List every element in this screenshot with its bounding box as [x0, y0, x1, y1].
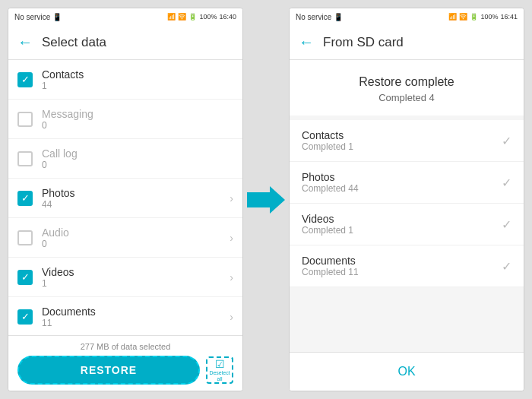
list-item-messaging[interactable]: Messaging 0: [8, 100, 242, 139]
videos-text: Videos 1: [42, 266, 220, 289]
restore-item-contacts: Contacts Completed 1 ✓: [290, 120, 524, 162]
list-item-contacts[interactable]: ✓ Contacts 1: [8, 60, 242, 100]
audio-count: 0: [42, 239, 220, 249]
unchecked-icon: [17, 112, 33, 127]
deselect-label: Deselectall: [209, 370, 230, 382]
restore-complete-sub: Completed 4: [302, 92, 511, 103]
checkbox-contacts[interactable]: ✓: [17, 72, 33, 87]
photos-count: 44: [42, 199, 220, 210]
checked-icon: ✓: [17, 191, 33, 206]
restore-photos-text: Photos Completed 44: [302, 171, 496, 194]
restore-contacts-label: Contacts: [302, 129, 496, 141]
checked-icon: ✓: [17, 72, 33, 87]
restore-item-photos: Photos Completed 44 ✓: [290, 162, 524, 204]
data-selected-text: 277 MB of data selected: [17, 342, 233, 351]
left-status-right: 📶 🛜 🔋 100% 16:40: [167, 13, 236, 21]
contacts-text: Contacts 1: [42, 68, 233, 91]
calllog-label: Call log: [42, 147, 233, 160]
left-top-bar: ← Select data: [8, 25, 242, 60]
restore-documents-checkmark: ✓: [502, 259, 511, 274]
right-carrier: No service: [296, 13, 331, 21]
left-screen: No service 📱 📶 🛜 🔋 100% 16:40 ← Select d…: [8, 8, 243, 391]
calllog-text: Call log 0: [42, 147, 233, 170]
restore-button[interactable]: RESTORE: [17, 356, 200, 385]
ok-button[interactable]: OK: [367, 360, 445, 383]
left-wifi-icon: 🛜: [178, 13, 186, 21]
restore-photos-label: Photos: [302, 171, 496, 183]
right-signal-icon: 📶: [448, 13, 457, 21]
checkbox-videos[interactable]: ✓: [17, 270, 33, 285]
left-bottom-bar: 277 MB of data selected RESTORE ☑ Desele…: [8, 335, 242, 391]
left-battery-icon: 🔋: [188, 13, 197, 21]
right-time: 16:41: [500, 13, 518, 21]
right-top-bar: ← From SD card: [290, 25, 524, 60]
right-status-left: No service 📱: [296, 13, 343, 21]
calllog-count: 0: [42, 160, 233, 170]
unchecked-icon: [17, 230, 33, 245]
restore-documents-sub: Completed 11: [302, 267, 496, 277]
restore-item-documents: Documents Completed 11 ✓: [290, 245, 524, 287]
right-status-bar: No service 📱 📶 🛜 🔋 100% 16:41: [290, 8, 524, 25]
right-wifi-icon: 🛜: [459, 13, 467, 21]
right-battery-icon: 🔋: [470, 13, 478, 21]
documents-label: Documents: [42, 306, 220, 318]
unchecked-icon: [17, 151, 33, 166]
arrow-container: [243, 186, 289, 214]
checkbox-audio[interactable]: [17, 230, 33, 245]
ok-bar: OK: [290, 352, 524, 391]
deselect-checkbox-icon: ☑: [215, 358, 225, 370]
checked-icon: ✓: [17, 270, 33, 285]
restore-complete-title: Restore complete: [302, 75, 511, 89]
list-item-photos[interactable]: ✓ Photos 44 ›: [8, 179, 242, 218]
restore-contacts-text: Contacts Completed 1: [302, 129, 496, 152]
left-status-left: No service 📱: [14, 13, 62, 21]
left-screen-title: Select data: [42, 35, 106, 50]
left-back-button[interactable]: ←: [17, 33, 33, 51]
checked-icon: ✓: [17, 309, 33, 325]
deselect-all-button[interactable]: ☑ Deselectall: [206, 356, 233, 384]
left-signal-icon: 📶: [167, 13, 176, 21]
right-battery-pct: 100%: [480, 13, 498, 21]
videos-label: Videos: [42, 266, 220, 278]
checkbox-calllog[interactable]: [17, 151, 33, 166]
documents-count: 11: [42, 318, 220, 328]
left-list: ✓ Contacts 1 Messaging 0 Call log: [8, 60, 242, 335]
documents-chevron: ›: [230, 311, 233, 323]
list-item-documents[interactable]: ✓ Documents 11 ›: [8, 297, 242, 335]
restore-videos-text: Videos Completed 1: [302, 213, 496, 236]
left-status-bar: No service 📱 📶 🛜 🔋 100% 16:40: [8, 8, 242, 25]
left-carrier: No service: [14, 13, 50, 21]
audio-chevron: ›: [230, 232, 233, 244]
right-status-right: 📶 🛜 🔋 100% 16:41: [448, 13, 518, 21]
list-item-calllog[interactable]: Call log 0: [8, 139, 242, 179]
svg-marker-0: [247, 186, 285, 214]
photos-chevron: ›: [230, 192, 233, 204]
list-item-videos[interactable]: ✓ Videos 1 ›: [8, 258, 242, 297]
photos-text: Photos 44: [42, 187, 220, 210]
restore-videos-label: Videos: [302, 213, 496, 225]
restore-complete-section: Restore complete Completed 4: [290, 60, 524, 116]
videos-count: 1: [42, 278, 220, 289]
restore-documents-text: Documents Completed 11: [302, 255, 496, 277]
right-screen-title: From SD card: [323, 35, 404, 50]
right-restore-list: Restore complete Completed 4 Contacts Co…: [290, 60, 524, 352]
direction-arrow: [247, 186, 285, 214]
checkbox-photos[interactable]: ✓: [17, 191, 33, 206]
contacts-label: Contacts: [42, 68, 233, 81]
restore-row: RESTORE ☑ Deselectall: [17, 356, 233, 385]
left-phone-icon: 📱: [52, 13, 62, 21]
restore-item-videos: Videos Completed 1 ✓: [290, 204, 524, 245]
checkbox-messaging[interactable]: [17, 112, 33, 127]
documents-text: Documents 11: [42, 306, 220, 328]
checkbox-documents[interactable]: ✓: [17, 309, 33, 325]
photos-label: Photos: [42, 187, 220, 199]
messaging-text: Messaging 0: [42, 108, 233, 131]
restore-videos-checkmark: ✓: [502, 217, 511, 232]
right-screen: No service 📱 📶 🛜 🔋 100% 16:41 ← From SD …: [289, 8, 524, 391]
restore-contacts-sub: Completed 1: [302, 141, 496, 152]
left-battery-pct: 100%: [199, 13, 217, 21]
list-item-audio[interactable]: Audio 0 ›: [8, 218, 242, 258]
contacts-count: 1: [42, 81, 233, 91]
restore-videos-sub: Completed 1: [302, 225, 496, 236]
right-back-button[interactable]: ←: [299, 33, 314, 51]
